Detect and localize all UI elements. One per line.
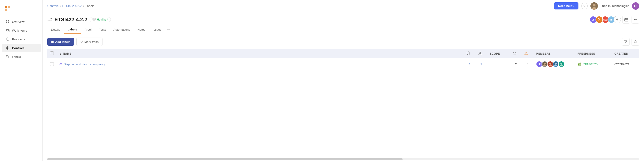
row-scope	[487, 58, 510, 70]
page-header: ⎇ ETSI422-4.2.2 🤍 Healthy * LF SW B +	[43, 12, 644, 24]
toolbar: ⊞ Add labels ↺ Mark fresh	[43, 34, 644, 49]
th-name[interactable]: ▲ NAME	[56, 49, 464, 58]
top-right-actions: Need help? ? Luna B. Technologies LF	[554, 2, 640, 10]
shield-count[interactable]: 1	[469, 62, 470, 66]
svg-point-9	[8, 47, 8, 48]
tab-automations[interactable]: Automations	[110, 26, 134, 34]
freshness-icon: 🌿	[578, 62, 581, 66]
tab-proof[interactable]: Proof	[81, 26, 95, 34]
shield-icon	[6, 37, 10, 41]
row-col1: 1	[464, 58, 476, 70]
row-members: LF	[533, 58, 575, 70]
tree-count[interactable]: 2	[480, 62, 482, 66]
top-header: Controls › ETSI422-4.2.2 › Labels Need h…	[43, 0, 644, 12]
page-title: ETSI422-4.2.2	[54, 16, 87, 22]
row-freshness: 🌿 03/18/2025	[575, 58, 612, 70]
user-avatar	[590, 2, 598, 10]
svg-point-2	[5, 8, 7, 11]
tab-details[interactable]: Details	[47, 26, 64, 34]
settings-button[interactable]	[632, 38, 640, 46]
tabs: Details Labels Proof Tests Automations N…	[43, 25, 644, 34]
svg-point-26	[549, 63, 551, 64]
svg-rect-5	[6, 22, 8, 23]
svg-rect-6	[8, 22, 9, 23]
sidebar-item-label: Labels	[12, 55, 21, 58]
checkbox-input[interactable]	[50, 62, 54, 66]
row-checkbox[interactable]	[47, 58, 56, 70]
svg-point-32	[560, 63, 562, 64]
calendar-button[interactable]	[622, 16, 630, 24]
svg-point-23	[544, 63, 546, 64]
sidebar-item-programs[interactable]: Programs	[2, 35, 41, 43]
fresh-icon: ↺	[80, 40, 83, 44]
th-warn	[522, 49, 533, 58]
controls-icon	[6, 46, 10, 50]
svg-point-19	[480, 52, 480, 52]
tab-issues[interactable]: Issues	[149, 26, 165, 34]
svg-point-21	[481, 54, 482, 55]
inbox-icon	[6, 28, 10, 32]
table-row: 🏷 Disposal and destruction policy 1 2 2 …	[47, 58, 640, 70]
tab-labels[interactable]: Labels	[64, 25, 81, 34]
help-icon[interactable]: ?	[581, 3, 588, 9]
signal-button[interactable]	[632, 16, 640, 24]
sidebar-item-overview[interactable]: Overview	[2, 18, 41, 26]
add-labels-button[interactable]: ⊞ Add labels	[47, 38, 74, 46]
svg-rect-16	[600, 20, 600, 21]
grid-icon	[6, 20, 10, 24]
svg-rect-7	[6, 30, 9, 32]
need-help-button[interactable]: Need help?	[554, 2, 578, 10]
member-av-5	[558, 61, 564, 67]
svg-rect-17	[624, 18, 628, 21]
svg-point-11	[7, 56, 7, 56]
breadcrumb-sep-1: ›	[60, 4, 61, 8]
label-icon: 🏷	[59, 62, 62, 66]
tab-notes[interactable]: Notes	[134, 26, 149, 34]
breadcrumb-controls[interactable]: Controls	[47, 4, 58, 8]
tab-tests[interactable]: Tests	[95, 26, 110, 34]
member-avatar-stack: LF	[536, 61, 572, 67]
sidebar-item-label: Controls	[12, 46, 24, 50]
user-initials-avatar: LF	[632, 2, 640, 10]
th-members: MEMBERS	[533, 49, 575, 58]
sidebar-item-labels[interactable]: Labels	[2, 52, 41, 61]
filter-button[interactable]	[622, 38, 630, 46]
user-name: Luna B. Technologies	[600, 4, 629, 8]
sort-icon: ▲	[59, 52, 62, 55]
row-name-link[interactable]: 🏷 Disposal and destruction policy	[59, 62, 461, 66]
svg-point-1	[8, 6, 10, 8]
svg-rect-3	[6, 20, 8, 22]
row-created: 02/03/2021	[612, 58, 640, 70]
sidebar-item-label: Programs	[12, 38, 25, 41]
scrollbar-thumb[interactable]	[47, 158, 402, 160]
avatar-stack: LF SW B +	[590, 16, 621, 23]
th-checkbox	[47, 49, 56, 58]
health-badge[interactable]: 🤍 Healthy *	[90, 17, 111, 22]
tag-icon	[6, 55, 10, 59]
th-tree	[476, 49, 487, 58]
table-container: ▲ NAME SCOPE MEMB	[43, 49, 644, 157]
breadcrumb-current: Labels	[86, 4, 94, 8]
labels-table: ▲ NAME SCOPE MEMB	[47, 49, 640, 70]
breadcrumb-etsi[interactable]: ETSI422-4.2.2	[62, 4, 82, 8]
main-content: Controls › ETSI422-4.2.2 › Labels Need h…	[43, 0, 644, 161]
row-cloud: 2	[510, 58, 522, 70]
svg-point-29	[555, 63, 557, 64]
svg-point-18	[635, 41, 636, 42]
th-cloud	[510, 49, 522, 58]
sidebar-item-work-items[interactable]: Work items	[2, 26, 41, 34]
svg-point-15	[598, 18, 600, 20]
sidebar: Overview Work items Programs Controls La…	[0, 0, 43, 161]
avatar-add-button[interactable]: +	[614, 16, 621, 23]
sidebar-item-label: Overview	[12, 20, 24, 24]
add-labels-icon: ⊞	[51, 40, 54, 44]
svg-point-20	[478, 54, 479, 55]
mark-fresh-button[interactable]: ↺ Mark fresh	[76, 38, 102, 46]
freshness-value: 🌿 03/18/2025	[578, 62, 609, 66]
tab-more[interactable]: ···	[165, 25, 172, 34]
horizontal-scrollbar[interactable]	[47, 158, 640, 160]
toolbar-right	[622, 38, 640, 46]
sidebar-item-controls[interactable]: Controls	[2, 44, 41, 52]
table-header-row: ▲ NAME SCOPE MEMB	[47, 49, 640, 58]
breadcrumb: Controls › ETSI422-4.2.2 › Labels	[47, 4, 94, 8]
